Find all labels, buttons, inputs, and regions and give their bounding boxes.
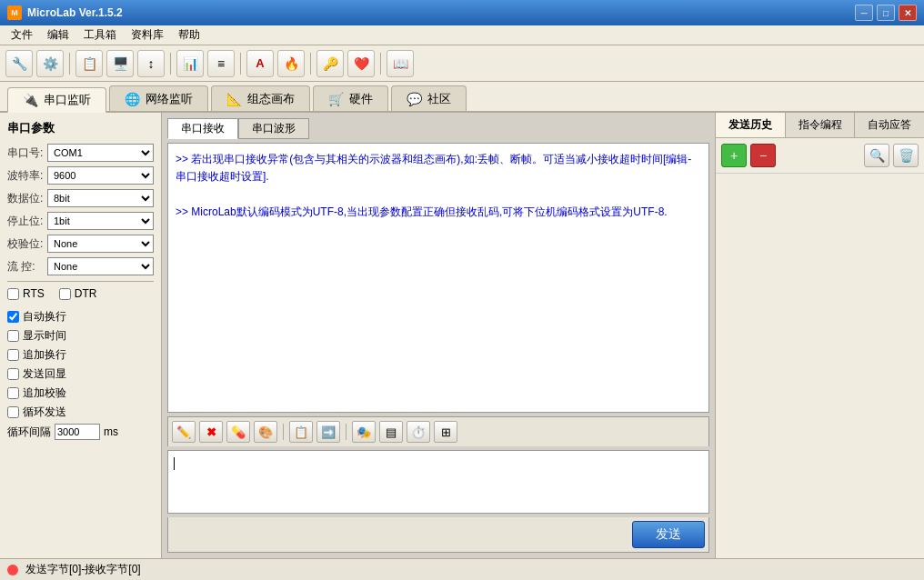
toolbar-btn-3[interactable]: 📋 [75,50,103,77]
baudrate-label: 波特率: [7,168,47,184]
maximize-button[interactable]: □ [877,5,895,21]
send-tool-pen[interactable]: ✏️ [172,421,196,443]
toolbar-btn-4[interactable]: 🖥️ [106,50,134,77]
tab-hardware[interactable]: 🛒 硬件 [313,85,388,111]
parity-label: 校验位: [7,236,47,252]
databits-select[interactable]: 8bit7bit6bit [47,189,154,207]
main-tabbar: 🔌 串口监听 🌐 网络监听 📐 组态画布 🛒 硬件 💬 社区 [0,82,924,113]
menu-file[interactable]: 文件 [4,25,40,45]
send-tool-pill[interactable]: 💊 [226,421,250,443]
send-tool-palette[interactable]: 🎭 [352,421,376,443]
com-port-select[interactable]: COM1COM2COM3 [47,144,154,162]
send-tool-clear[interactable]: ✖ [199,421,223,443]
send-echo-checkbox[interactable] [7,368,19,380]
add-history-button[interactable]: + [721,144,747,167]
tab-compose[interactable]: 📐 组态画布 [211,85,310,111]
center-panel: 串口接收 串口波形 >> 若出现串口接收异常(包含与其相关的示波器和组态画布),… [162,113,715,558]
loop-send-checkbox[interactable] [7,406,19,418]
receive-msg-1: >> 若出现串口接收异常(包含与其相关的示波器和组态画布),如:丢帧、断帧。可适… [176,151,701,185]
rts-dtr-row: RTS DTR [7,287,154,304]
tab-community-icon: 💬 [407,92,422,106]
status-indicator [7,565,18,575]
close-button[interactable]: ✕ [899,5,917,21]
add-checksum-row: 追加校验 [7,385,154,401]
append-newline-label: 追加换行 [23,347,66,363]
titlebar-left: M MicroLab Ver.1.5.2 [7,5,123,20]
loop-interval-input[interactable] [55,424,100,440]
right-tab-autoreply[interactable]: 自动应答 [855,113,924,137]
toolbar-btn-2[interactable]: ⚙️ [36,50,64,77]
minimize-button[interactable]: ─ [855,5,873,21]
receive-msg-2: >> MicroLab默认编码模式为UTF-8,当出现参数配置正确但接收乱码,可… [176,204,701,221]
append-newline-row: 追加换行 [7,347,154,363]
remove-history-button[interactable]: − [750,144,776,167]
toolbar-sep-2 [170,53,171,75]
send-cursor [174,457,175,470]
toolbar-btn-5[interactable]: ↕️ [137,50,165,77]
tab-community[interactable]: 💬 社区 [391,85,467,111]
menubar: 文件 编辑 工具箱 资料库 帮助 [0,25,924,45]
app-title: MicroLab Ver.1.5.2 [27,6,123,19]
right-panel: 发送历史 指令编程 自动应答 + − 🔍 🗑️ [715,113,924,558]
toolbar-btn-1[interactable]: 🔧 [5,50,33,77]
send-sep-1 [283,424,284,440]
rts-checkbox[interactable] [7,288,19,300]
send-tool-timer[interactable]: ⏱️ [407,421,430,443]
titlebar-controls[interactable]: ─ □ ✕ [855,5,917,21]
show-time-checkbox[interactable] [7,330,19,342]
toolbar: 🔧 ⚙️ 📋 🖥️ ↕️ 📊 ≡ A 🔥 🔑 ❤️ 📖 [0,45,924,82]
tab-network-icon: 🌐 [125,92,140,106]
tab-serial[interactable]: 🔌 串口监听 [7,87,106,113]
baudrate-select[interactable]: 96001920038400115200 [47,166,154,185]
menu-edit[interactable]: 编辑 [40,25,76,45]
toolbar-btn-9[interactable]: 🔥 [277,50,305,77]
right-tab-history[interactable]: 发送历史 [716,113,786,137]
sub-tab-waveform[interactable]: 串口波形 [238,118,309,139]
toolbar-btn-12[interactable]: 📖 [387,50,414,77]
toolbar-btn-11[interactable]: ❤️ [347,50,375,77]
flowctrl-label: 流 控: [7,259,47,275]
send-tool-grid[interactable]: ▤ [379,421,403,443]
loop-interval-label: 循环间隔 [7,425,51,440]
com-port-label: 串口号: [7,145,47,161]
send-button[interactable]: 发送 [632,521,705,548]
toolbar-btn-6[interactable]: 📊 [176,50,204,77]
send-area[interactable] [167,450,709,514]
send-tool-color[interactable]: 🎨 [254,421,277,443]
send-toolbar: ✏️ ✖ 💊 🎨 📋 ➡️ 🎭 ▤ ⏱️ ⊞ [167,416,709,446]
sub-tab-receive[interactable]: 串口接收 [167,118,238,139]
flowctrl-select[interactable]: NoneHardwareSoftware [47,257,154,275]
menu-library[interactable]: 资料库 [124,25,171,45]
send-tool-layout[interactable]: ⊞ [434,421,457,443]
left-panel: 串口参数 串口号: COM1COM2COM3 波特率: 960019200384… [0,113,162,558]
tab-network[interactable]: 🌐 网络监听 [109,85,208,111]
right-tab-commands[interactable]: 指令编程 [786,113,856,137]
dtr-checkbox[interactable] [59,288,71,300]
menu-tools[interactable]: 工具箱 [76,25,124,45]
send-tool-arrow[interactable]: ➡️ [316,421,340,443]
right-toolbar: + − 🔍 🗑️ [716,138,924,174]
clear-history-button[interactable]: 🗑️ [893,144,919,167]
stopbits-select[interactable]: 1bit2bit [47,212,154,230]
toolbar-btn-10[interactable]: 🔑 [316,50,344,77]
tab-network-label: 网络监听 [146,91,193,107]
parity-select[interactable]: NoneOddEven [47,235,154,253]
divider-1 [7,281,154,282]
add-checksum-checkbox[interactable] [7,387,19,399]
search-history-button[interactable]: 🔍 [864,144,889,167]
menu-help[interactable]: 帮助 [171,25,207,45]
toolbar-sep-3 [240,53,241,75]
auto-newline-checkbox[interactable] [7,311,19,323]
toolbar-btn-8[interactable]: A [246,50,274,77]
append-newline-checkbox[interactable] [7,349,19,361]
send-tool-copy[interactable]: 📋 [289,421,313,443]
toolbar-btn-7[interactable]: ≡ [207,50,235,77]
sub-tabbar: 串口接收 串口波形 [167,118,709,139]
toolbar-sep-4 [310,53,311,75]
dtr-checkbox-row: DTR [59,287,97,300]
toolbar-sep-5 [380,53,381,75]
receive-area: >> 若出现串口接收异常(包含与其相关的示波器和组态画布),如:丢帧、断帧。可适… [167,143,709,413]
loop-interval-unit: ms [104,425,118,438]
tab-compose-icon: 📐 [226,92,242,106]
loop-send-label: 循环发送 [23,405,66,420]
